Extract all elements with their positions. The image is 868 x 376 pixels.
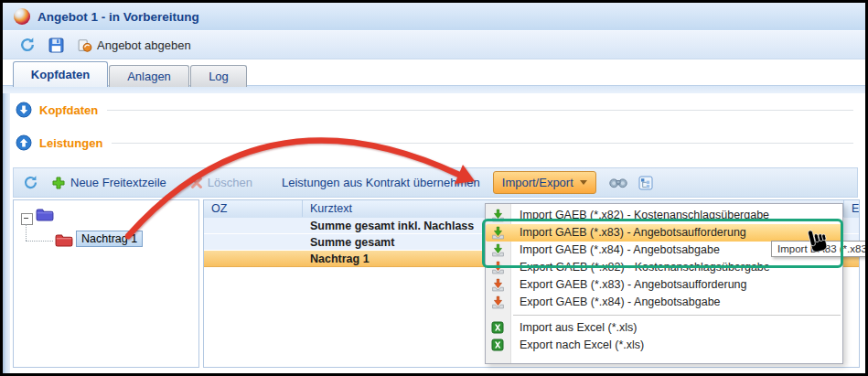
refresh-icon[interactable] <box>19 37 36 53</box>
save-icon[interactable] <box>48 38 64 53</box>
tree-connector <box>26 241 53 242</box>
tab-strip: Kopfdaten Anlagen Log <box>3 59 865 93</box>
menu-item-export-x84[interactable]: Export GAEB (*.x84) - Angebotsabgabe <box>486 294 842 311</box>
tree-root-node[interactable] <box>36 208 54 222</box>
column-header-er[interactable]: ER <box>844 200 860 217</box>
chevron-up-circle-icon[interactable] <box>16 134 32 151</box>
menu-item-export-excel[interactable]: Export nach Excel (*.xls) <box>486 337 842 354</box>
tab-anlagen[interactable]: Anlagen <box>109 65 189 87</box>
tab-kopfdaten[interactable]: Kopfdaten <box>13 61 108 87</box>
add-plus-icon <box>51 176 66 190</box>
main-toolbar: Angebot abgeben <box>3 31 865 59</box>
binoculars-icon[interactable] <box>609 177 627 188</box>
menu-item-label: Export GAEB (*.x83) - Angebotsaufforderu… <box>520 278 747 291</box>
application-window: Angebot 1 - in Vorbereitung Angebot abge… <box>3 3 865 373</box>
menu-item-label: Import GAEB (*.x84) - Angebotsabgabe <box>520 243 720 256</box>
delete-label: Löschen <box>208 176 252 189</box>
refresh-icon[interactable] <box>23 175 38 190</box>
menu-item-import-x82[interactable]: Import GAEB (*.x82) - Kostenanschlagsübe… <box>486 207 842 224</box>
menu-item-import-excel[interactable]: Import aus Excel (*.xls) <box>486 319 842 337</box>
section-leistungen-label: Leistungen <box>39 136 102 150</box>
structure-tree-panel: Nachtrag 1 <box>13 199 199 368</box>
tree-view-icon[interactable] <box>638 176 653 190</box>
submit-offer-label: Angebot abgeben <box>97 38 191 52</box>
submit-offer-icon <box>77 38 92 53</box>
menu-item-label: Export GAEB (*.x82) - Kostenanschlagsübe… <box>520 261 770 274</box>
menu-item-import-x83[interactable]: Import GAEB (*.x83) - Angebotsaufforderu… <box>486 224 842 242</box>
section-kopfdaten-label: Kopfdaten <box>39 103 98 117</box>
expand-minus-icon[interactable] <box>21 213 33 225</box>
section-kopfdaten[interactable]: Kopfdaten <box>16 102 853 118</box>
menu-item-label: Export GAEB (*.x84) - Angebotsabgabe <box>520 295 721 308</box>
tooltip: Import DA83 (*.x83) <box>771 241 865 257</box>
chevron-down-icon <box>580 180 587 185</box>
tree-connector <box>26 224 27 241</box>
takeover-from-contract-button[interactable]: Leistungen aus Kontrakt übernehmen <box>282 176 480 189</box>
menu-item-export-x82[interactable]: Export GAEB (*.x82) - Kostenanschlagsübe… <box>486 259 842 276</box>
new-freetext-label: Neue Freitextzeile <box>70 176 166 189</box>
new-freetext-button[interactable]: Neue Freitextzeile <box>51 176 166 190</box>
column-header-oz[interactable]: OZ <box>204 200 303 217</box>
import-export-label: Import/Export <box>502 176 573 189</box>
menu-item-label: Export nach Excel (*.xls) <box>520 338 644 351</box>
menu-item-export-x83[interactable]: Export GAEB (*.x83) - Angebotsaufforderu… <box>486 276 842 294</box>
leistungen-toolbar: Neue Freitextzeile Löschen Leistungen au… <box>13 167 858 198</box>
submit-offer-button[interactable]: Angebot abgeben <box>77 38 191 53</box>
export-arrow-icon <box>491 295 505 315</box>
import-export-button[interactable]: Import/Export <box>493 171 596 194</box>
delete-button[interactable]: Löschen <box>190 176 252 189</box>
excel-icon <box>491 338 504 357</box>
takeover-label: Leistungen aus Kontrakt übernehmen <box>282 176 480 189</box>
folder-blue-icon <box>36 208 54 222</box>
section-leistungen[interactable]: Leistungen <box>16 134 853 151</box>
import-export-menu: Import GAEB (*.x82) - Kostenanschlagsübe… <box>485 203 843 364</box>
menu-item-label: Import aus Excel (*.xls) <box>520 321 638 334</box>
section-rule <box>112 143 853 144</box>
title-bar: Angebot 1 - in Vorbereitung <box>3 3 865 31</box>
delete-x-icon <box>190 177 203 189</box>
chevron-down-circle-icon[interactable] <box>16 102 32 118</box>
tree-node-nachtrag-1[interactable]: Nachtrag 1 <box>76 231 143 247</box>
menu-separator <box>513 315 841 316</box>
app-sphere-icon <box>14 8 30 25</box>
menu-item-label: Import GAEB (*.x82) - Kostenanschlagsübe… <box>520 209 769 221</box>
folder-red-icon <box>55 233 73 248</box>
window-title: Angebot 1 - in Vorbereitung <box>38 10 199 24</box>
screenshot-frame: Angebot 1 - in Vorbereitung Angebot abge… <box>0 0 868 376</box>
section-rule <box>107 110 853 111</box>
tab-log[interactable]: Log <box>190 65 247 87</box>
menu-item-label: Import GAEB (*.x83) - Angebotsaufforderu… <box>520 226 746 239</box>
